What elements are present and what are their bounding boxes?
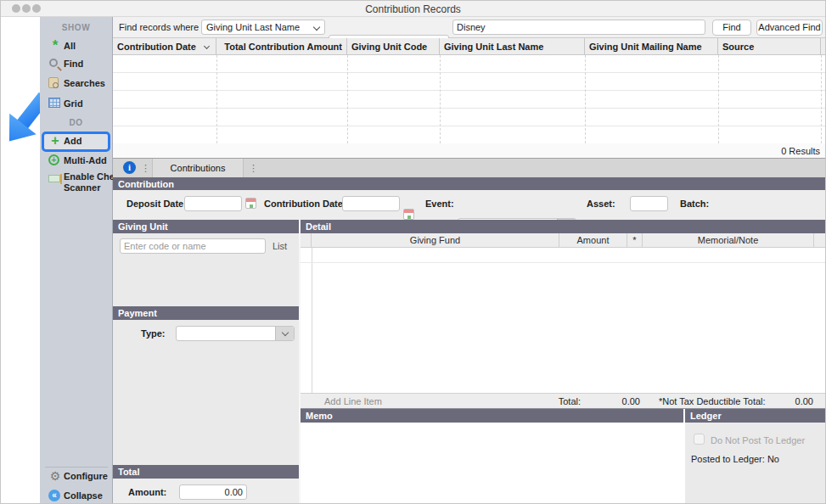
contribution-section-header: Contribution bbox=[113, 177, 826, 191]
column-header-giving-fund[interactable]: Giving Fund bbox=[312, 233, 559, 248]
ledger-panel: Do Not Post To Ledger Posted to Ledger: … bbox=[685, 423, 826, 503]
calendar-icon[interactable] bbox=[403, 209, 414, 220]
column-header-giving-unit-last-name[interactable]: Giving Unit Last Name bbox=[440, 38, 585, 55]
grid-icon bbox=[48, 98, 62, 111]
sidebar-item-label: Grid bbox=[64, 98, 83, 109]
column-divider bbox=[718, 55, 719, 143]
sort-chevron-icon bbox=[204, 43, 210, 49]
tab-drag-handle-icon[interactable]: ⋮ bbox=[141, 162, 150, 174]
find-button[interactable]: Find bbox=[712, 20, 751, 36]
select-button[interactable] bbox=[275, 327, 294, 340]
sidebar-item-add[interactable]: + Add bbox=[40, 133, 112, 150]
payment-section-header: Payment bbox=[113, 306, 299, 320]
sidebar-item-all[interactable]: * All bbox=[40, 38, 112, 55]
detail-tab-bar: i ⋮ Contributions ⋮ bbox=[113, 159, 826, 177]
column-divider bbox=[585, 55, 586, 143]
tab-drag-handle-icon[interactable]: ⋮ bbox=[249, 162, 258, 174]
giving-unit-input[interactable] bbox=[120, 238, 266, 254]
column-header-memorial-note[interactable]: Memorial/Note bbox=[643, 233, 814, 248]
detail-row-selector-column bbox=[301, 233, 312, 248]
deposit-date-label: Deposit Date: bbox=[126, 199, 187, 209]
column-divider bbox=[347, 55, 348, 143]
total-amount-input[interactable] bbox=[179, 484, 247, 500]
sidebar-item-collapse[interactable]: « Collapse bbox=[40, 488, 112, 504]
memo-textarea[interactable] bbox=[301, 423, 683, 503]
sidebar-item-label: Searches bbox=[64, 78, 105, 88]
sidebar-item-label: Collapse bbox=[64, 490, 103, 501]
contribution-date-input[interactable] bbox=[342, 196, 400, 211]
sidebar-item-label: Add bbox=[64, 136, 81, 146]
detail-total-value: 0.00 bbox=[581, 396, 640, 406]
detail-footer-row: Add Line Item Total: 0.00 *Not Tax Deduc… bbox=[301, 393, 826, 409]
do-not-post-checkbox[interactable] bbox=[694, 434, 705, 445]
field-select-value: Giving Unit Last Name bbox=[206, 22, 300, 32]
total-panel: Amount: bbox=[113, 479, 299, 504]
total-section-header: Total bbox=[113, 465, 299, 479]
memo-section-header: Memo bbox=[301, 409, 683, 423]
column-header-contribution-date[interactable]: Contribution Date bbox=[113, 38, 216, 55]
tab-contributions[interactable]: Contributions bbox=[152, 159, 244, 177]
chevron-down-icon bbox=[282, 329, 289, 336]
advanced-find-button[interactable]: Advanced Find bbox=[756, 20, 823, 36]
find-bar: Find records where Giving Unit Last Name… bbox=[113, 17, 826, 38]
payment-type-select[interactable] bbox=[176, 326, 295, 341]
giving-unit-section-header: Giving Unit bbox=[113, 220, 299, 233]
sidebar-item-label: Scanner bbox=[64, 182, 100, 193]
deposit-date-input[interactable] bbox=[184, 196, 242, 211]
sidebar-item-searches[interactable]: Searches bbox=[40, 76, 112, 92]
ledger-section-header: Ledger bbox=[685, 409, 826, 423]
payment-type-label: Type: bbox=[141, 328, 166, 339]
column-divider bbox=[216, 55, 217, 143]
payment-panel: Type: bbox=[113, 320, 299, 465]
column-header-total-contribution-amount[interactable]: Total Contribution Amount bbox=[216, 38, 347, 55]
total-amount-label: Amount: bbox=[128, 487, 166, 497]
sidebar-item-multi-add[interactable]: + Multi-Add bbox=[40, 153, 112, 170]
gear-icon: ⚙ bbox=[48, 470, 62, 484]
column-header-giving-unit-code[interactable]: Giving Unit Code bbox=[347, 38, 440, 55]
sidebar-item-label: Find bbox=[64, 59, 83, 69]
detail-table-body bbox=[301, 248, 826, 393]
column-header-not-deductible[interactable]: * bbox=[627, 233, 643, 248]
find-records-label: Find records where bbox=[119, 22, 199, 32]
collapse-circle-icon: « bbox=[48, 490, 62, 503]
plus-icon: + bbox=[48, 135, 62, 148]
sidebar-item-grid[interactable]: Grid bbox=[40, 96, 112, 113]
sidebar-item-enable-check-scanner[interactable]: Enable Check Scanner bbox=[40, 171, 112, 198]
giving-unit-panel: List bbox=[113, 233, 299, 306]
refresh-plus-icon: + bbox=[48, 154, 62, 168]
sidebar: SHOW * All Find Searches Grid DO + Add +… bbox=[40, 17, 113, 503]
sidebar-item-find[interactable]: Find bbox=[40, 56, 112, 73]
sidebar-item-label: Configure bbox=[64, 471, 108, 481]
asterisk-icon: * bbox=[48, 40, 62, 53]
contribution-fields: Deposit Date: Contribution Date: Event: … bbox=[113, 190, 826, 220]
ntd-total-value: 0.00 bbox=[754, 396, 813, 406]
detail-section-header: Detail bbox=[301, 220, 826, 233]
contribution-date-label: Contribution Date: bbox=[264, 199, 346, 209]
column-header-spacer bbox=[821, 38, 826, 55]
field-select[interactable]: Giving Unit Last Name bbox=[201, 20, 325, 35]
asset-label: Asset: bbox=[587, 199, 615, 209]
list-button[interactable]: List bbox=[273, 241, 287, 251]
add-line-item-button[interactable]: Add Line Item bbox=[324, 396, 382, 406]
results-table-body bbox=[113, 55, 826, 143]
sidebar-item-label: All bbox=[64, 41, 76, 51]
detail-row-divider bbox=[301, 262, 826, 263]
info-icon[interactable]: i bbox=[123, 161, 136, 174]
magnifier-icon bbox=[48, 58, 62, 71]
batch-label: Batch: bbox=[680, 199, 709, 209]
column-header-giving-unit-mailing-name[interactable]: Giving Unit Mailing Name bbox=[585, 38, 718, 55]
column-header-spacer bbox=[814, 233, 826, 248]
sidebar-item-configure[interactable]: ⚙ Configure bbox=[40, 468, 112, 485]
ntd-total-label: *Not Tax Deductible Total: bbox=[659, 396, 766, 406]
calendar-icon[interactable] bbox=[245, 198, 256, 209]
sidebar-item-label: Multi-Add bbox=[64, 155, 107, 165]
asset-input[interactable] bbox=[630, 196, 668, 211]
title-bar: Contribution Records bbox=[1, 1, 825, 17]
search-value-input[interactable] bbox=[452, 20, 705, 35]
column-divider bbox=[821, 55, 822, 143]
column-header-source[interactable]: Source bbox=[718, 38, 821, 55]
detail-total-label: Total: bbox=[513, 396, 581, 406]
results-table-header: Contribution Date Total Contribution Amo… bbox=[113, 38, 826, 55]
column-header-amount[interactable]: Amount bbox=[559, 233, 627, 248]
results-count: 0 Results bbox=[113, 143, 826, 159]
